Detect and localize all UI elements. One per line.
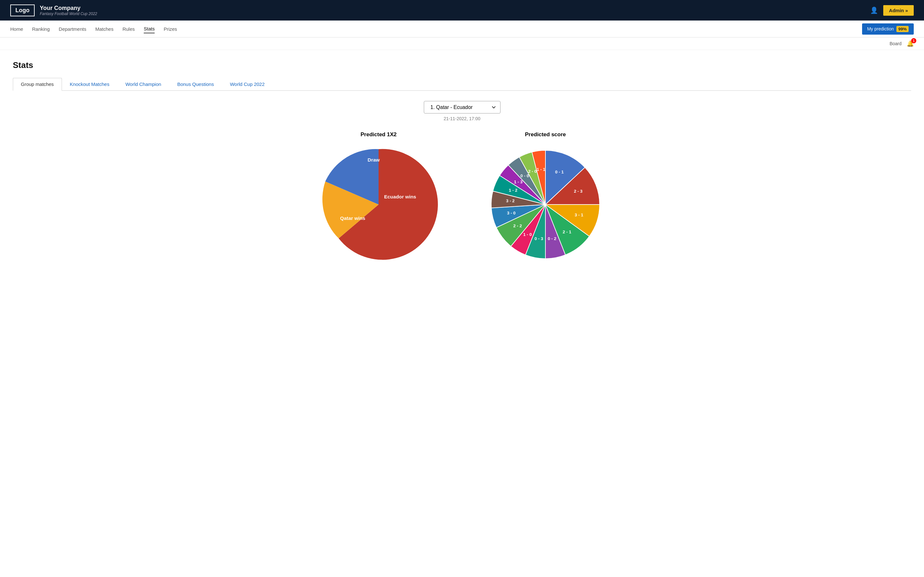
admin-button[interactable]: Admin » (883, 5, 914, 16)
match-selector-wrap: 1. Qatar - Ecuador 2. England - Iran 3. … (13, 101, 911, 113)
pie2-label: 3 - 0 (507, 211, 515, 215)
pie2-label: 2 - 2 (513, 223, 522, 228)
pie2-label: 1 - 3 (514, 179, 523, 184)
nav-departments[interactable]: Departments (59, 25, 86, 33)
tab-group-matches[interactable]: Group matches (13, 78, 62, 91)
pie2-label: 1 - 2 (509, 188, 517, 193)
nav-stats[interactable]: Stats (144, 25, 155, 33)
company-info: Your Company Fantasy Football World Cup … (40, 5, 97, 16)
nav-prizes[interactable]: Prizes (164, 25, 177, 33)
prediction-badge: 99% (897, 26, 909, 32)
match-select[interactable]: 1. Qatar - Ecuador 2. England - Iran 3. … (424, 101, 501, 113)
tab-world-champion[interactable]: World Champion (118, 78, 169, 90)
pie2-svg: 0 - 12 - 33 - 12 - 10 - 20 - 31 - 02 - 2… (468, 143, 622, 266)
pie2-label: 2 - 0 (528, 169, 537, 174)
bell-wrap: 🔔 1 (907, 40, 914, 47)
prediction-button[interactable]: My prediction 99% (862, 23, 914, 35)
bell-badge: 1 (911, 38, 916, 43)
pie2-label: 2 - 3 (574, 189, 583, 193)
header-left: Logo Your Company Fantasy Football World… (10, 5, 97, 16)
pie2-label: 2 - 1 (563, 229, 572, 234)
chart2-title: Predicted score (468, 131, 622, 138)
charts-area: Predicted 1X2 Ecuador wins Qatar wins Dr… (13, 131, 911, 266)
pie2-label: 0 - 2 (548, 236, 556, 241)
chart-predicted-score: Predicted score 0 - 12 - 33 - 12 - 10 - … (468, 131, 622, 266)
company-subtitle: Fantasy Football World Cup 2022 (40, 11, 97, 16)
header: Logo Your Company Fantasy Football World… (0, 0, 924, 21)
user-icon[interactable]: 👤 (870, 6, 878, 14)
pie2-label: 0 - 0 (520, 173, 529, 178)
header-right: 👤 Admin » (870, 5, 914, 16)
nav-matches[interactable]: Matches (95, 25, 113, 33)
tab-knockout[interactable]: Knockout Matches (62, 78, 118, 90)
pie1-ecuador-label: Ecuador wins (384, 194, 416, 199)
match-date: 21-11-2022, 17:00 (13, 116, 911, 121)
pie2-label: 3 - 2 (506, 198, 515, 203)
nav-home[interactable]: Home (10, 25, 23, 33)
pie2-label: 1 - 0 (523, 232, 532, 237)
pie2-container: 0 - 12 - 33 - 12 - 10 - 20 - 31 - 02 - 2… (468, 143, 622, 266)
pie2-label: 0 - 3 (535, 236, 543, 241)
nav-links: Home Ranking Departments Matches Rules S… (10, 21, 177, 37)
pie2-label: 0 - 1 (555, 169, 564, 174)
chart1-title: Predicted 1X2 (302, 131, 456, 138)
board-link[interactable]: Board (890, 41, 901, 46)
tabs-container: Group matches Knockout Matches World Cha… (13, 78, 911, 91)
pie1-draw-label: Draw (368, 157, 380, 163)
nav: Home Ranking Departments Matches Rules S… (0, 21, 924, 37)
company-name: Your Company (40, 5, 97, 11)
prediction-label: My prediction (867, 26, 894, 31)
page-title: Stats (13, 60, 911, 70)
logo: Logo (10, 5, 35, 16)
pie1-svg: Ecuador wins Qatar wins Draw (302, 143, 456, 266)
pie1-qatar-label: Qatar wins (340, 215, 365, 221)
pie2-label: 1 - 1 (537, 167, 545, 172)
tab-bonus-questions[interactable]: Bonus Questions (169, 78, 222, 90)
pie2-label: 3 - 1 (575, 213, 583, 218)
main-content: Stats Group matches Knockout Matches Wor… (0, 50, 924, 577)
pie1-container: Ecuador wins Qatar wins Draw (302, 143, 456, 266)
nav-rules[interactable]: Rules (123, 25, 135, 33)
chart-predicted-1x2: Predicted 1X2 Ecuador wins Qatar wins Dr… (302, 131, 456, 266)
nav-ranking[interactable]: Ranking (32, 25, 50, 33)
tab-world-cup[interactable]: World Cup 2022 (222, 78, 273, 90)
board-bar: Board 🔔 1 (0, 37, 924, 50)
